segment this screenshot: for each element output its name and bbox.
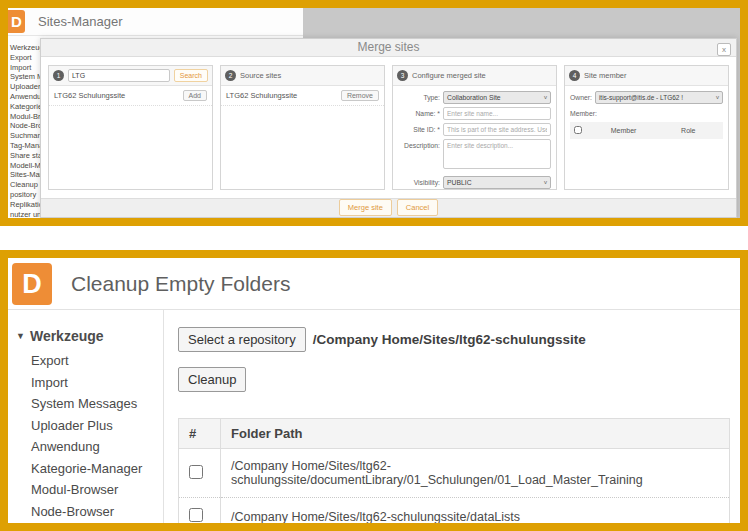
step4-number-badge: 4 [569,70,580,81]
description-label: Description: [398,139,440,149]
step4-site-member: 4 Site member Owner: itis-support@itis.d… [564,65,729,190]
type-select[interactable]: Collaboration Site v [443,91,551,104]
sidebar-item[interactable]: Export [8,53,44,63]
sidebar-item[interactable]: Import [16,372,157,394]
add-button[interactable]: Add [183,90,207,101]
close-icon[interactable]: x [717,43,731,56]
chevron-down-icon: v [544,179,547,185]
site-id-input[interactable] [443,123,551,136]
sidebar-item[interactable]: pository [8,190,44,200]
sidebar-items: ExportImportSystem MessagesUploader Plus… [16,350,157,523]
page-title: Cleanup Empty Folders [71,272,290,296]
sidebar-group-label: Werkzeuge [30,328,104,344]
step1-number-badge: 1 [53,70,64,81]
step1-search-sites: 1 Search LTG62 Schulungssite Add [48,65,213,190]
visibility-select[interactable]: PUBLIC v [443,176,551,189]
name-label: Name: * [398,107,440,117]
member-label: Member: [570,110,723,117]
sidebar-item[interactable]: Anwendung [16,436,157,458]
table-row: /Company Home/Sites/ltg62-schulungssite/… [179,449,730,498]
sidebar-item[interactable]: Export [16,350,157,372]
sidebar-item[interactable]: nutzer un [8,210,44,218]
row-checkbox[interactable] [189,508,203,522]
select-all-members-checkbox[interactable] [574,126,582,134]
app-logo-letter: D [11,13,22,30]
remove-button[interactable]: Remove [341,90,379,101]
sidebar-item[interactable]: Share stati [8,151,44,161]
sidebar-item[interactable]: Modul-Browser [16,479,157,501]
sidebar-item[interactable]: Uploader P [8,82,44,92]
owner-select[interactable]: itis-support@itis.de - LTG62 ! v [595,91,723,104]
cleanup-row: Cleanup [178,367,730,392]
site-search-input[interactable] [68,69,170,82]
owner-select-value: itis-support@itis.de - LTG62 ! [599,94,683,101]
sidebar-item[interactable]: Uploader Plus [16,415,157,437]
sidebar-item[interactable]: Node-Brow [8,121,44,131]
sidebar-item[interactable]: Modell-Ma [8,161,44,171]
folder-path-column-header: Folder Path [221,419,730,449]
sidebar-item[interactable]: System Me [8,72,44,82]
step2-title: Source sites [240,71,281,80]
type-label: Type: [398,91,440,101]
step4-header: 4 Site member [565,66,728,86]
tools-sidebar: WerkzeugExportImportSystem MeUploader PA… [8,36,44,218]
step3-title: Configure merged site [412,71,486,80]
table-row: /Company Home/Sites/ltg62-schulungssite/… [179,498,730,524]
main-content: Select a repository /Company Home/Sites/… [165,310,740,523]
sidebar-item[interactable]: System Messages [16,393,157,415]
sidebar-item[interactable]: Import [8,63,44,73]
sidebar-item[interactable]: Replikation [8,200,44,210]
description-textarea[interactable] [443,139,551,169]
dialog-footer: Merge site Cancel [41,198,736,217]
search-result-name: LTG62 Schulungssite [54,91,125,100]
sidebar-item[interactable]: Cleanup Fo [8,180,44,190]
sidebar-item[interactable]: Modul-Bro [8,112,44,122]
cleanup-empty-folders-window: D Cleanup Empty Folders ▼ Werkzeuge Expo… [0,250,748,531]
folder-path-cell: /Company Home/Sites/ltg62-schulungssite/… [221,449,730,498]
visibility-label: Visibility: [398,176,440,186]
step2-source-sites: 2 Source sites LTG62 Schulungssite Remov… [220,65,385,190]
sidebar-item[interactable]: Tag-Manag [8,141,44,151]
site-name-input[interactable] [443,107,551,120]
sidebar-item[interactable]: Node-Browser [16,501,157,523]
page-header: D Cleanup Empty Folders [8,258,740,310]
row-checkbox[interactable] [189,465,203,479]
dialog-body: 1 Search LTG62 Schulungssite Add 2 Sourc… [41,57,736,198]
sidebar-item[interactable]: Anwendun [8,92,44,102]
chevron-down-icon: v [544,94,547,100]
member-column-header: Member [607,122,677,139]
dialog-title: Merge sites [357,40,419,54]
cancel-button[interactable]: Cancel [397,199,438,216]
source-site-name: LTG62 Schulungssite [226,91,297,100]
merge-site-button[interactable]: Merge site [339,199,392,216]
titlebar: D Sites-Manager [8,8,303,36]
step3-number-badge: 3 [397,70,408,81]
window-title: Sites-Manager [38,14,123,29]
sidebar-item[interactable]: Sites-Mana [8,170,44,180]
member-table: Member Role [570,122,723,139]
number-column-header: # [179,419,221,449]
dialog-header: Merge sites x [41,39,736,57]
sidebar-item[interactable]: Werkzeug [8,43,44,53]
step2-number-badge: 2 [225,70,236,81]
type-select-value: Collaboration Site [447,94,501,101]
cleanup-button[interactable]: Cleanup [178,367,246,392]
search-result-row: LTG62 Schulungssite Add [49,86,212,106]
folder-path-cell: /Company Home/Sites/ltg62-schulungssite/… [221,498,730,524]
source-site-row: LTG62 Schulungssite Remove [221,86,384,106]
sidebar-item[interactable]: Kategorie-Manager [16,458,157,480]
app-logo: D [8,10,25,33]
sidebar-group-werkzeuge[interactable]: ▼ Werkzeuge [16,328,157,344]
select-repository-button[interactable]: Select a repository [178,327,306,352]
app-logo: D [12,263,52,305]
step3-configure-site: 3 Configure merged site Type: Collaborat… [392,65,557,190]
sidebar-item[interactable]: Suchmanager [16,522,157,523]
table-header-row: # Folder Path [179,419,730,449]
search-button[interactable]: Search [174,69,208,82]
step3-header: 3 Configure merged site [393,66,556,86]
tools-sidebar: ▼ Werkzeuge ExportImportSystem MessagesU… [8,310,164,523]
collapse-triangle-icon: ▼ [16,331,25,341]
sidebar-item[interactable]: Suchmana [8,131,44,141]
merge-sites-dialog: Merge sites x 1 Search LTG62 Schulungssi… [40,38,737,218]
sidebar-item[interactable]: Kategorie-M [8,102,44,112]
